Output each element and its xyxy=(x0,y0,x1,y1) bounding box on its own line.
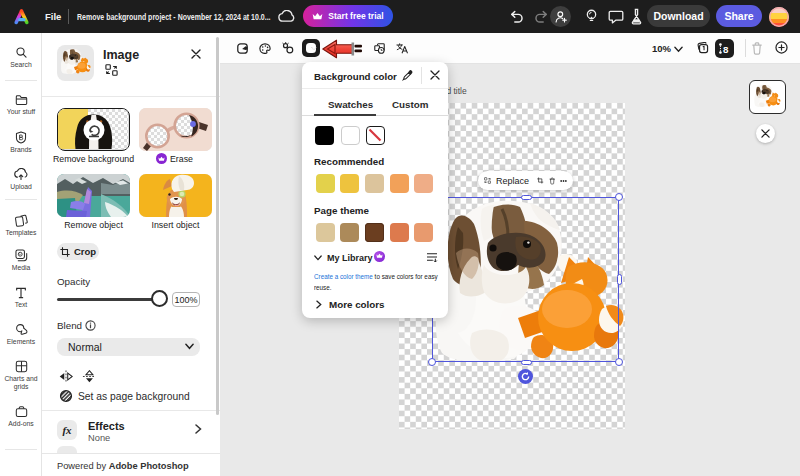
svg-text:8: 8 xyxy=(723,44,729,55)
